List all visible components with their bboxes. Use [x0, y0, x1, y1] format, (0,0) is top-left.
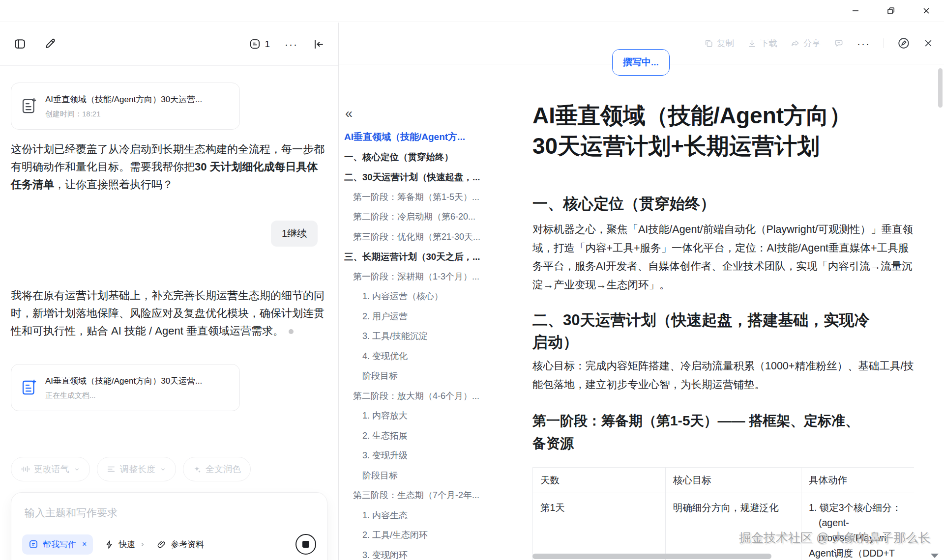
change-tone-button[interactable]: 更改语气: [11, 457, 90, 481]
composer-input[interactable]: 输入主题和写作要求: [25, 506, 118, 520]
document-more-button[interactable]: ···: [857, 38, 870, 49]
outline-item[interactable]: 第三阶段：生态期（7个月-2年...: [344, 485, 511, 505]
outline-list: AI垂直领域（技能/Agent方... 一、核心定位（贯穿始终） 二、30天运营…: [344, 127, 511, 560]
download-label: 下载: [760, 37, 777, 49]
stop-generating-button[interactable]: [295, 534, 316, 555]
document-card-created-time: 创建时间：18:21: [45, 110, 228, 119]
outline-item[interactable]: 三、长期运营计划（30天之后，...: [344, 247, 511, 267]
polish-text-label: 全文润色: [206, 463, 241, 475]
quick-actions-row: 更改语气 调整长度 全文润色: [11, 457, 251, 481]
outline-item[interactable]: 阶段目标: [344, 366, 511, 386]
outline-item[interactable]: 第一阶段：深耕期（1-3个月）...: [344, 267, 511, 287]
outline-item-active[interactable]: AI垂直领域（技能/Agent方...: [344, 127, 511, 147]
table-header-day: 天数: [533, 468, 666, 493]
close-icon: [922, 7, 930, 15]
table-row: 第1天 明确细分方向，规避泛化 1. 锁定3个核心细分： (agent- bro…: [533, 493, 914, 560]
document-plus-icon: [21, 97, 37, 115]
user-message-bubble: 1继续: [271, 221, 318, 247]
outline-item[interactable]: 3. 变现升级: [344, 446, 511, 466]
lines-icon: [107, 465, 116, 474]
outline-item[interactable]: 1. 内容放大: [344, 406, 511, 426]
section1-body: 对标机器之心，聚焦「AI技能/Agent/前端自动化（Playwright/可观…: [532, 221, 914, 294]
writing-status-badge: 撰写中...: [612, 49, 670, 76]
collapse-panel-button[interactable]: [313, 38, 324, 50]
document-card-title: AI垂直领域（技能/Agent方向）30天运营...: [45, 94, 228, 105]
new-chat-button[interactable]: [44, 38, 56, 50]
chat-more-button[interactable]: ···: [285, 39, 298, 49]
edit-mode-button[interactable]: [897, 37, 910, 50]
table-cell-goal: 明确细分方向，规避泛化: [666, 493, 801, 560]
plan-table-container: 天数 核心目标 具体动作 第1天 明确细分方向，规避泛化 1. 锁定3个核心细分…: [532, 467, 914, 560]
outline-item[interactable]: 二、30天运营计划（快速起盘，...: [344, 167, 511, 187]
window-minimize-button[interactable]: [838, 0, 873, 22]
remove-chip-icon[interactable]: ×: [82, 540, 87, 549]
outline-item[interactable]: 一、核心定位（贯穿始终）: [344, 147, 511, 168]
comment-button[interactable]: [834, 38, 844, 48]
horizontal-scrollbar-thumb[interactable]: [532, 554, 771, 559]
outline-item[interactable]: 3. 变现闭环: [344, 545, 511, 560]
outline-item[interactable]: 2. 生态拓展: [344, 426, 511, 446]
outline-item[interactable]: 第二阶段：冷启动期（第6-20...: [344, 207, 511, 227]
outline-collapse-icon[interactable]: «: [345, 107, 353, 120]
chat-toolbar-right: 1 ···: [249, 38, 324, 50]
document-title: AI垂直领域（技能/Agent方向） 30天运营计划+长期运营计划: [532, 100, 852, 161]
outline-item[interactable]: 第三阶段：优化期（第21-30天...: [344, 227, 511, 247]
scroll-down-arrow-icon[interactable]: [931, 554, 939, 558]
section2-heading: 二、30天运营计划（快速起盘，搭建基础，实现冷启动）: [532, 309, 880, 353]
mode-quick-label: 快速: [118, 539, 135, 550]
close-document-button[interactable]: [923, 38, 933, 48]
outline-item[interactable]: 4. 变现优化: [344, 346, 511, 366]
sidebar-toggle-button[interactable]: [14, 38, 26, 50]
vertical-scrollbar-thumb[interactable]: [938, 68, 943, 108]
section1-heading: 一、核心定位（贯穿始终）: [532, 194, 715, 214]
document-plus-icon-blue: [21, 379, 37, 396]
more-icon: ···: [285, 39, 298, 49]
actions-line: (agent-: [809, 515, 914, 531]
download-button[interactable]: 下载: [747, 37, 777, 49]
document-title-line2: 30天运营计划+长期运营计划: [532, 131, 852, 161]
outline-item[interactable]: 3. 工具/技能沉淀: [344, 326, 511, 346]
document-title-line1: AI垂直领域（技能/Agent方向）: [532, 100, 852, 131]
share-icon: [791, 39, 800, 48]
reference-material-chip[interactable]: 参考资料: [157, 539, 204, 550]
chat-toolbar: 1 ···: [0, 23, 338, 66]
adjust-length-label: 调整长度: [120, 463, 155, 475]
typing-indicator-dot: [289, 329, 294, 334]
compose-pen-icon: [44, 38, 56, 50]
document-outline: « AI垂直领域（技能/Agent方... 一、核心定位（贯穿始终） 二、30天…: [344, 107, 511, 560]
section2-body: 核心目标：完成内容矩阵搭建、冷启动流量积累（1000+精准粉丝）、基础工具/技能…: [532, 357, 914, 394]
outline-item[interactable]: 第一阶段：筹备期（第1-5天）...: [344, 187, 511, 207]
message-text: 我将在原有运营计划基础上，补充完善长期运营生态期的细节的同时，新增计划落地保障、…: [11, 289, 324, 337]
document-card-texts: AI垂直领域（技能/Agent方向）30天运营... 正在生成文档...: [45, 375, 228, 400]
panel-divider: [338, 23, 339, 560]
actions-line: Agent调度（DDD+T: [809, 546, 914, 560]
outline-item[interactable]: 2. 用户运营: [344, 307, 511, 327]
copy-button[interactable]: 复制: [704, 37, 734, 49]
actions-line: 1. 锁定3个核心细分：: [809, 500, 914, 515]
table-cell-day: 第1天: [533, 493, 666, 560]
window-close-button[interactable]: [909, 0, 944, 22]
paperclip-icon: [157, 540, 166, 549]
outline-item[interactable]: 1. 内容运营（核心）: [344, 286, 511, 307]
outline-item[interactable]: 2. 工具/生态闭环: [344, 525, 511, 545]
outline-item[interactable]: 第二阶段：放大期（4-6个月）...: [344, 386, 511, 406]
outline-item[interactable]: 阶段目标: [344, 466, 511, 486]
table-cell-actions: 1. 锁定3个核心细分： (agent- browser/Playwri Age…: [801, 493, 914, 560]
watermark-text: 掘金技术社区 @ 大象的鼻子那么长: [739, 530, 930, 546]
copy-icon: [704, 39, 713, 48]
window-restore-button[interactable]: [873, 0, 909, 22]
outline-item[interactable]: 1. 内容生态: [344, 505, 511, 526]
mode-quick-chip[interactable]: 快速: [105, 539, 145, 550]
document-card-generating[interactable]: AI垂直领域（技能/Agent方向）30天运营... 正在生成文档...: [11, 364, 240, 411]
share-button[interactable]: 分享: [791, 37, 821, 49]
chat-panel: 1 ··· AI垂直领域（技能/Agent方向）30天运营... 创建时间：18…: [0, 23, 338, 560]
adjust-length-button[interactable]: 调整长度: [97, 457, 176, 481]
waveform-icon: [21, 465, 30, 474]
pen-circle-icon: [897, 37, 910, 50]
comment-icon: [834, 38, 844, 48]
polish-text-button[interactable]: 全文润色: [183, 457, 251, 481]
help-me-write-chip[interactable]: 帮我写作 ×: [22, 534, 93, 555]
document-card-created[interactable]: AI垂直领域（技能/Agent方向）30天运营... 创建时间：18:21: [11, 83, 240, 130]
plan-table: 天数 核心目标 具体动作 第1天 明确细分方向，规避泛化 1. 锁定3个核心细分…: [532, 467, 914, 560]
document-count-button[interactable]: 1: [249, 38, 270, 50]
